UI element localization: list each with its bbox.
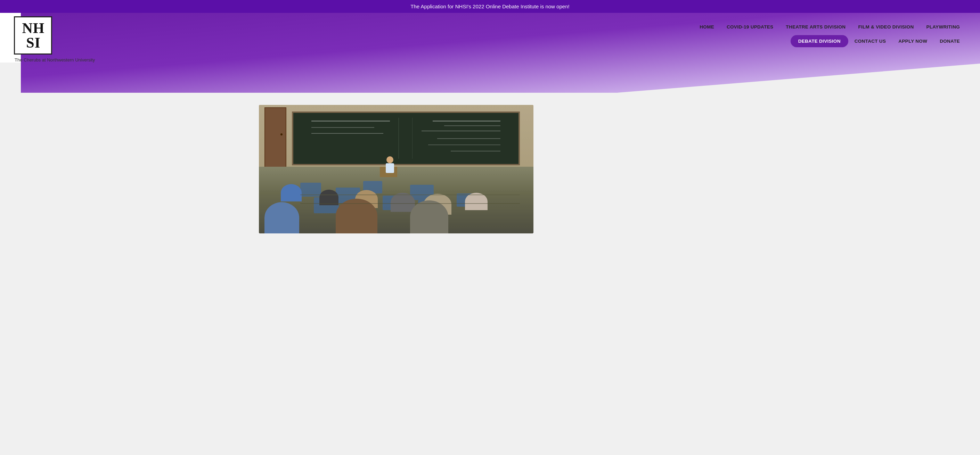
classroom-image [259, 105, 533, 233]
nav-item-debate[interactable]: DEBATE DIVISION [791, 35, 848, 47]
nav-item-apply[interactable]: APPLY NOW [892, 36, 934, 46]
nav-row-2: DEBATE DIVISION CONTACT US APPLY NOW DON… [791, 35, 966, 47]
logo-area[interactable]: N H S I The Cherubs at Northwestern Univ… [14, 16, 95, 62]
logo-subtitle: The Cherubs at Northwestern University [14, 57, 95, 62]
navigation: HOME COVID-19 UPDATES THEATRE ARTS DIVIS… [95, 16, 966, 50]
nav-item-film[interactable]: FILM & VIDEO DIVISION [852, 22, 920, 32]
classroom-scene [259, 105, 533, 233]
nav-item-theatre[interactable]: THEATRE ARTS DIVISION [780, 22, 852, 32]
nav-item-contact[interactable]: CONTACT US [848, 36, 892, 46]
logo-bird-icon [38, 42, 48, 50]
nav-item-playwriting[interactable]: PLAYWRITING [920, 22, 966, 32]
banner-text: The Application for NHSI's 2022 Online D… [410, 3, 569, 10]
header: N H S I The Cherubs at Northwestern Univ… [0, 13, 980, 62]
instructor [385, 156, 395, 172]
nav-item-donate[interactable]: DONATE [934, 36, 966, 46]
nav-item-covid[interactable]: COVID-19 UPDATES [721, 22, 780, 32]
announcement-banner: The Application for NHSI's 2022 Online D… [0, 0, 980, 13]
svg-point-0 [40, 45, 46, 49]
nav-item-home[interactable]: HOME [693, 22, 721, 32]
logo-box[interactable]: N H S I [14, 16, 52, 54]
nav-row-1: HOME COVID-19 UPDATES THEATRE ARTS DIVIS… [693, 22, 966, 32]
